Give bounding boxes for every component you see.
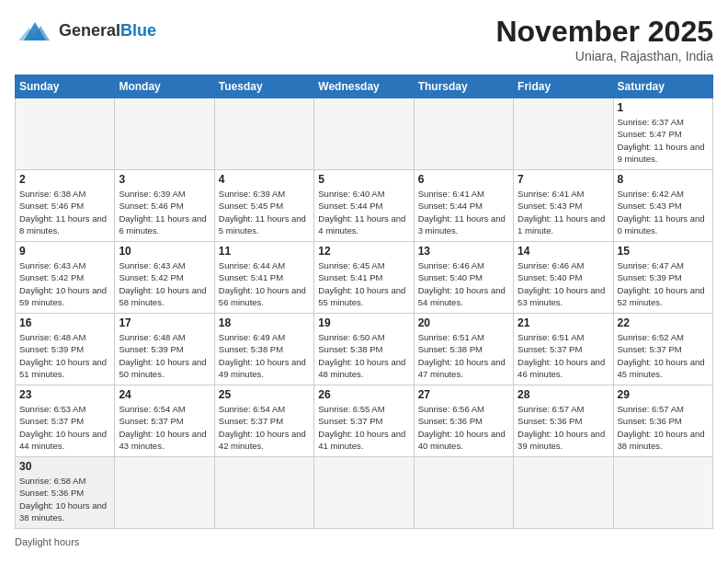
day-header-monday: Monday <box>115 75 214 98</box>
day-header-thursday: Thursday <box>414 75 513 98</box>
day-info: Sunrise: 6:39 AMSunset: 5:45 PMDaylight:… <box>219 188 310 236</box>
day-number: 23 <box>19 388 110 401</box>
logo: GeneralBlue <box>15 15 156 48</box>
day-info: Sunrise: 6:41 AMSunset: 5:43 PMDaylight:… <box>518 188 609 236</box>
day-info: Sunrise: 6:57 AMSunset: 5:36 PMDaylight:… <box>618 403 709 452</box>
day-info: Sunrise: 6:57 AMSunset: 5:36 PMDaylight:… <box>518 403 609 452</box>
day-info: Sunrise: 6:52 AMSunset: 5:37 PMDaylight:… <box>618 331 709 380</box>
calendar-cell: 26Sunrise: 6:55 AMSunset: 5:37 PMDayligh… <box>314 385 414 457</box>
day-number: 17 <box>119 316 210 329</box>
calendar-cell <box>514 457 613 529</box>
calendar-week-5: 30Sunrise: 6:58 AMSunset: 5:36 PMDayligh… <box>16 457 713 529</box>
calendar-cell: 20Sunrise: 6:51 AMSunset: 5:38 PMDayligh… <box>414 314 513 385</box>
calendar-cell: 6Sunrise: 6:41 AMSunset: 5:44 PMDaylight… <box>414 170 513 242</box>
day-info: Sunrise: 6:58 AMSunset: 5:36 PMDaylight:… <box>19 475 110 523</box>
calendar-cell: 22Sunrise: 6:52 AMSunset: 5:37 PMDayligh… <box>613 314 712 385</box>
page-header: GeneralBlue November 2025 Uniara, Rajast… <box>15 15 713 63</box>
day-info: Sunrise: 6:48 AMSunset: 5:39 PMDaylight:… <box>119 331 210 380</box>
calendar-cell: 25Sunrise: 6:54 AMSunset: 5:37 PMDayligh… <box>214 385 313 457</box>
day-info: Sunrise: 6:48 AMSunset: 5:39 PMDaylight:… <box>19 331 110 380</box>
calendar-cell: 2Sunrise: 6:38 AMSunset: 5:46 PMDaylight… <box>16 170 115 242</box>
day-number: 22 <box>618 316 709 329</box>
footer-note: Daylight hours <box>15 536 713 547</box>
day-number: 29 <box>618 388 709 401</box>
calendar-cell: 29Sunrise: 6:57 AMSunset: 5:36 PMDayligh… <box>613 385 712 457</box>
calendar-cell: 17Sunrise: 6:48 AMSunset: 5:39 PMDayligh… <box>115 314 214 385</box>
calendar-week-3: 16Sunrise: 6:48 AMSunset: 5:39 PMDayligh… <box>16 314 713 385</box>
calendar-cell <box>414 98 513 170</box>
calendar-cell: 15Sunrise: 6:47 AMSunset: 5:39 PMDayligh… <box>613 242 712 314</box>
calendar-header-row: SundayMondayTuesdayWednesdayThursdayFrid… <box>16 75 713 98</box>
day-info: Sunrise: 6:44 AMSunset: 5:41 PMDaylight:… <box>219 259 310 308</box>
calendar-cell: 14Sunrise: 6:46 AMSunset: 5:40 PMDayligh… <box>514 242 613 314</box>
day-info: Sunrise: 6:46 AMSunset: 5:40 PMDaylight:… <box>518 259 609 308</box>
day-number: 4 <box>219 173 310 186</box>
calendar-cell: 4Sunrise: 6:39 AMSunset: 5:45 PMDaylight… <box>214 170 313 242</box>
day-number: 11 <box>219 245 310 258</box>
day-number: 1 <box>618 101 709 114</box>
logo-general: General <box>59 21 120 40</box>
day-header-friday: Friday <box>514 75 613 98</box>
day-number: 16 <box>19 316 110 329</box>
day-header-sunday: Sunday <box>16 75 115 98</box>
day-header-wednesday: Wednesday <box>314 75 414 98</box>
day-number: 18 <box>219 316 310 329</box>
day-info: Sunrise: 6:51 AMSunset: 5:37 PMDaylight:… <box>518 331 609 380</box>
calendar-cell <box>214 98 313 170</box>
day-header-saturday: Saturday <box>613 75 712 98</box>
calendar-cell: 11Sunrise: 6:44 AMSunset: 5:41 PMDayligh… <box>214 242 313 314</box>
calendar-cell <box>314 457 414 529</box>
location-subtitle: Uniara, Rajasthan, India <box>495 49 713 63</box>
day-info: Sunrise: 6:47 AMSunset: 5:39 PMDaylight:… <box>618 259 709 308</box>
calendar-cell: 28Sunrise: 6:57 AMSunset: 5:36 PMDayligh… <box>514 385 613 457</box>
day-info: Sunrise: 6:56 AMSunset: 5:36 PMDaylight:… <box>418 403 509 452</box>
day-info: Sunrise: 6:43 AMSunset: 5:42 PMDaylight:… <box>119 259 210 308</box>
day-number: 28 <box>518 388 609 401</box>
day-info: Sunrise: 6:54 AMSunset: 5:37 PMDaylight:… <box>219 403 310 452</box>
calendar-cell <box>613 457 712 529</box>
day-info: Sunrise: 6:51 AMSunset: 5:38 PMDaylight:… <box>418 331 509 380</box>
calendar-cell: 27Sunrise: 6:56 AMSunset: 5:36 PMDayligh… <box>414 385 513 457</box>
day-info: Sunrise: 6:53 AMSunset: 5:37 PMDaylight:… <box>19 403 110 452</box>
day-info: Sunrise: 6:50 AMSunset: 5:38 PMDaylight:… <box>318 331 409 380</box>
month-title: November 2025 <box>495 15 713 49</box>
calendar-cell: 12Sunrise: 6:45 AMSunset: 5:41 PMDayligh… <box>314 242 414 314</box>
calendar-cell <box>414 457 513 529</box>
logo-icon <box>15 15 55 48</box>
calendar-week-2: 9Sunrise: 6:43 AMSunset: 5:42 PMDaylight… <box>16 242 713 314</box>
day-number: 20 <box>418 316 509 329</box>
calendar-cell: 8Sunrise: 6:42 AMSunset: 5:43 PMDaylight… <box>613 170 712 242</box>
day-number: 19 <box>318 316 409 329</box>
calendar-cell <box>214 457 313 529</box>
day-number: 21 <box>518 316 609 329</box>
calendar-cell: 19Sunrise: 6:50 AMSunset: 5:38 PMDayligh… <box>314 314 414 385</box>
day-number: 14 <box>518 245 609 258</box>
day-info: Sunrise: 6:41 AMSunset: 5:44 PMDaylight:… <box>418 188 509 236</box>
calendar-cell: 5Sunrise: 6:40 AMSunset: 5:44 PMDaylight… <box>314 170 414 242</box>
day-info: Sunrise: 6:40 AMSunset: 5:44 PMDaylight:… <box>318 188 409 236</box>
day-info: Sunrise: 6:38 AMSunset: 5:46 PMDaylight:… <box>19 188 110 236</box>
calendar-table: SundayMondayTuesdayWednesdayThursdayFrid… <box>15 75 713 529</box>
day-number: 5 <box>318 173 409 186</box>
day-info: Sunrise: 6:43 AMSunset: 5:42 PMDaylight:… <box>19 259 110 308</box>
day-number: 25 <box>219 388 310 401</box>
day-number: 30 <box>19 460 110 473</box>
day-info: Sunrise: 6:55 AMSunset: 5:37 PMDaylight:… <box>318 403 409 452</box>
calendar-cell: 1Sunrise: 6:37 AMSunset: 5:47 PMDaylight… <box>613 98 712 170</box>
calendar-cell <box>514 98 613 170</box>
day-number: 9 <box>19 245 110 258</box>
day-info: Sunrise: 6:37 AMSunset: 5:47 PMDaylight:… <box>618 116 709 165</box>
calendar-cell: 18Sunrise: 6:49 AMSunset: 5:38 PMDayligh… <box>214 314 313 385</box>
title-block: November 2025 Uniara, Rajasthan, India <box>495 15 713 63</box>
calendar-cell: 13Sunrise: 6:46 AMSunset: 5:40 PMDayligh… <box>414 242 513 314</box>
calendar-cell: 30Sunrise: 6:58 AMSunset: 5:36 PMDayligh… <box>16 457 115 529</box>
calendar-cell <box>115 98 214 170</box>
day-header-tuesday: Tuesday <box>214 75 313 98</box>
day-info: Sunrise: 6:42 AMSunset: 5:43 PMDaylight:… <box>618 188 709 236</box>
day-number: 3 <box>119 173 210 186</box>
day-info: Sunrise: 6:39 AMSunset: 5:46 PMDaylight:… <box>119 188 210 236</box>
day-number: 6 <box>418 173 509 186</box>
day-number: 13 <box>418 245 509 258</box>
day-number: 2 <box>19 173 110 186</box>
day-info: Sunrise: 6:54 AMSunset: 5:37 PMDaylight:… <box>119 403 210 452</box>
